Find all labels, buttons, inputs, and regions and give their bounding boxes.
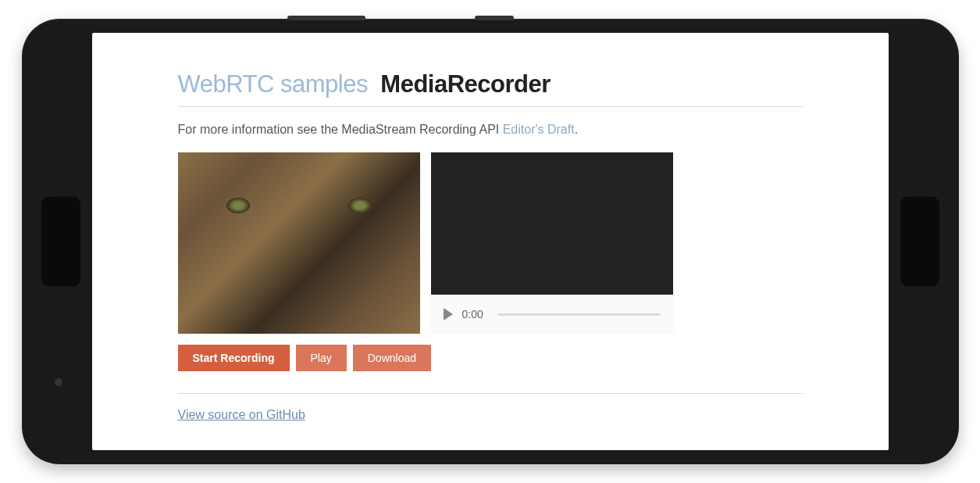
button-row: Start Recording Play Download [178, 345, 803, 371]
play-icon[interactable] [444, 308, 453, 320]
phone-frame: WebRTC samples MediaRecorder For more in… [22, 19, 959, 464]
page-content: WebRTC samples MediaRecorder For more in… [92, 33, 889, 438]
live-video-preview[interactable] [178, 152, 420, 334]
recorded-video-player[interactable]: 0:00 [431, 152, 673, 334]
phone-volume-button [287, 16, 365, 20]
video-viewport [431, 152, 673, 295]
phone-speaker-right [900, 197, 939, 287]
description-prefix: For more information see the MediaStream… [178, 123, 503, 136]
description-text: For more information see the MediaStream… [178, 121, 803, 138]
cat-preview-image [178, 152, 420, 334]
phone-camera [55, 378, 62, 386]
divider [178, 393, 803, 394]
phone-power-button [475, 16, 514, 20]
phone-screen: WebRTC samples MediaRecorder For more in… [92, 33, 889, 450]
webrtc-samples-link[interactable]: WebRTC samples [178, 70, 368, 98]
video-controls: 0:00 [431, 295, 673, 334]
start-recording-button[interactable]: Start Recording [178, 345, 290, 371]
view-source-link[interactable]: View source on GitHub [178, 408, 305, 421]
phone-speaker-left [41, 197, 80, 287]
page-title: MediaRecorder [380, 70, 550, 98]
video-row: 0:00 [178, 152, 803, 334]
editors-draft-link[interactable]: Editor's Draft [503, 123, 575, 136]
play-button[interactable]: Play [296, 345, 347, 371]
download-button[interactable]: Download [353, 345, 431, 371]
video-progress-bar[interactable] [497, 313, 661, 316]
description-suffix: . [575, 123, 578, 136]
page-heading: WebRTC samples MediaRecorder [178, 70, 803, 107]
video-time: 0:00 [462, 308, 483, 320]
